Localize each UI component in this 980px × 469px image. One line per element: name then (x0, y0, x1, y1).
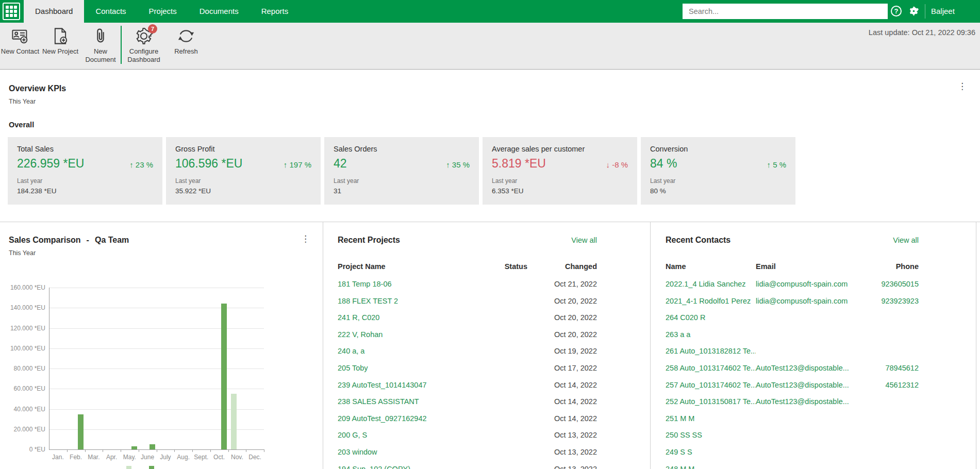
project-name-link[interactable]: 241 R, C020 (338, 312, 460, 323)
project-name-link[interactable]: 222 V, Rohan (338, 329, 460, 340)
kpi-last-year-label: Last year (492, 177, 628, 185)
chart-gridline (49, 328, 264, 329)
kpi-panel-title: Overview KPIs (9, 84, 66, 93)
contact-email-link[interactable] (756, 430, 867, 440)
kpi-cards: Total Sales 226.959 *EU ↑ 23 % Last year… (8, 137, 795, 205)
user-menu[interactable]: Baljeet Sandhu (931, 0, 980, 23)
kpi-last-year-value: 6.353 *EU (492, 187, 628, 195)
toolbar-buttons: New ContactNew ProjectNew Document7Confi… (0, 23, 206, 64)
kpi-label: Total Sales (17, 145, 153, 153)
contact-row: 248 M M (666, 464, 919, 469)
contact-phone-link[interactable]: 923605015 (867, 279, 919, 289)
settings-gear-icon[interactable] (908, 6, 919, 16)
project-name-link[interactable]: 200 G, S (338, 430, 460, 440)
project-name-link[interactable]: 238 SALES ASSISTANT (338, 396, 460, 407)
project-changed-date: Oct 21, 2022 (527, 279, 597, 289)
new-contact-button[interactable]: New Contact (0, 23, 40, 64)
kpi-panel-menu-icon[interactable]: ⋮ (958, 83, 967, 90)
recent-contacts-view-all-link[interactable]: View all (893, 236, 919, 244)
chart-bar-nov- (231, 394, 237, 449)
kpi-delta: ↑ 197 % (284, 160, 311, 169)
contact-phone-link[interactable]: 923923923 (867, 296, 919, 306)
y-axis-tick-label: 40.000 *EU (4, 406, 45, 413)
project-name-link[interactable]: 188 FLEX TEST 2 (338, 296, 460, 306)
contact-phone-link[interactable] (867, 430, 919, 440)
column-header-email: Email (756, 262, 867, 271)
contact-email-link[interactable] (756, 447, 867, 457)
contact-email-link[interactable]: lidia@compusoft-spain.com (756, 296, 867, 306)
project-name-link[interactable]: 181 Temp 18-06 (338, 279, 460, 289)
project-status (460, 413, 527, 424)
tab-reports[interactable]: Reports (250, 0, 300, 23)
x-axis-tick (192, 449, 193, 452)
contact-phone-link[interactable] (867, 413, 919, 424)
contact-name-link[interactable]: 257 Auto_1013174602 Te... (666, 380, 756, 390)
sales-comparison-subtitle: This Year (9, 249, 36, 257)
contact-name-link[interactable]: 248 M M (666, 464, 756, 469)
contact-email-link[interactable] (756, 312, 867, 323)
contact-email-link[interactable]: AutoTest123@dispostable... (756, 363, 867, 373)
contact-name-link[interactable]: 264 C020 R (666, 312, 756, 323)
project-row: 205 TobyOct 17, 2022 (338, 363, 597, 373)
contact-phone-link[interactable] (867, 396, 919, 407)
column-header-phone: Phone (867, 262, 919, 271)
chart-bar-feb- (78, 414, 84, 449)
contact-email-link[interactable] (756, 346, 867, 356)
contact-email-link[interactable] (756, 329, 867, 340)
contact-phone-link[interactable] (867, 312, 919, 323)
contact-phone-link[interactable] (867, 447, 919, 457)
contact-phone-link[interactable] (867, 329, 919, 340)
contact-name-link[interactable]: 249 S S (666, 447, 756, 457)
new-project-button[interactable]: New Project (40, 23, 80, 64)
contact-email-link[interactable]: AutoTest123@dispostable... (756, 380, 867, 390)
contact-email-link[interactable]: AutoTest123@dispostable... (756, 396, 867, 407)
dashboard-lower-row: Sales Comparison - Qa Team This Year ⋮ 1… (0, 222, 980, 469)
refresh-button[interactable]: Refresh (166, 23, 206, 64)
contact-name-link[interactable]: 258 Auto_1013174602 Te... (666, 363, 756, 373)
tab-dashboard[interactable]: Dashboard (24, 0, 84, 23)
tab-contacts[interactable]: Contacts (84, 0, 137, 23)
project-row: 222 V, RohanOct 20, 2022 (338, 329, 597, 340)
project-changed-date: Oct 13, 2022 (527, 447, 597, 457)
contact-phone-link[interactable]: 78945612 (867, 363, 919, 373)
contact-name-link[interactable]: 252 Auto_1013150817 Te... (666, 396, 756, 407)
contact-name-link[interactable]: 250 SS SS (666, 430, 756, 440)
tab-projects[interactable]: Projects (138, 0, 188, 23)
kpi-last-year-label: Last year (650, 177, 786, 185)
tab-documents[interactable]: Documents (188, 0, 250, 23)
chart-legend-swatch (149, 466, 154, 469)
contact-row: 257 Auto_1013174602 Te...AutoTest123@dis… (666, 380, 919, 390)
contact-name-link[interactable]: 2022.1_4 Lidia Sanchez (666, 279, 756, 289)
x-axis-tick (103, 449, 103, 452)
contact-row: 264 C020 R (666, 312, 919, 323)
search-input[interactable] (683, 4, 888, 19)
x-axis-tick (139, 449, 139, 452)
project-name-link[interactable]: 203 window (338, 447, 460, 457)
project-name-link[interactable]: 205 Toby (338, 363, 460, 373)
sales-comparison-menu-icon[interactable]: ⋮ (301, 236, 310, 243)
project-name-link[interactable]: 240 a, a (338, 346, 460, 356)
contact-name-link[interactable]: 261 Auto_1013182812 Te... (666, 346, 756, 356)
contact-name-link[interactable]: 2021_4-1 Rodolfo1 Perez (666, 296, 756, 306)
help-icon[interactable]: ? (891, 6, 902, 16)
configure-dashboard-button[interactable]: 7Configure Dashboard (122, 23, 166, 64)
kpi-card-sales-orders: Sales Orders 42 ↑ 35 % Last year 31 (324, 137, 479, 205)
contact-name-link[interactable]: 251 M M (666, 413, 756, 424)
toolbar-button-label: Configure Dashboard (122, 47, 166, 63)
recent-projects-view-all-link[interactable]: View all (571, 236, 597, 244)
contact-name-link[interactable]: 263 a a (666, 329, 756, 340)
project-name-link[interactable]: 239 AutoTest_1014143047 (338, 380, 460, 390)
contact-email-link[interactable]: lidia@compusoft-spain.com (756, 279, 867, 289)
project-name-link[interactable]: 194 Sup. 102 (COPY) (338, 464, 460, 469)
kpi-card-conversion: Conversion 84 % ↑ 5 % Last year 80 % (641, 137, 795, 205)
contact-email-link[interactable] (756, 413, 867, 424)
project-name-link[interactable]: 209 AutoTest_0927162942 (338, 413, 460, 424)
contact-email-link[interactable] (756, 464, 867, 469)
app-logo[interactable] (3, 3, 20, 20)
x-axis-tick-label: Jan. (49, 454, 67, 461)
contact-phone-link[interactable] (867, 346, 919, 356)
x-axis-tick (210, 449, 211, 452)
contact-phone-link[interactable]: 45612312 (867, 380, 919, 390)
new-document-button[interactable]: New Document (80, 23, 121, 64)
contact-phone-link[interactable] (867, 464, 919, 469)
